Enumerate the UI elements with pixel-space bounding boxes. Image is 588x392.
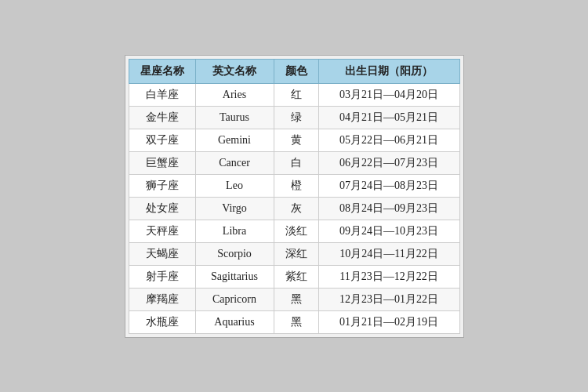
cell-date: 12月23日—01月22日 xyxy=(318,288,459,310)
cell-color: 黄 xyxy=(274,129,318,151)
table-row: 狮子座Leo橙07月24日—08月23日 xyxy=(129,174,459,197)
cell-english: Capricorn xyxy=(195,288,274,310)
cell-color: 绿 xyxy=(274,106,318,129)
cell-color: 灰 xyxy=(274,197,318,220)
cell-color: 深红 xyxy=(274,242,318,265)
table-header-row: 星座名称 英文名称 颜色 出生日期（阳历） xyxy=(129,59,459,83)
cell-date: 09月24日—10月23日 xyxy=(318,220,459,242)
cell-date: 03月21日—04月20日 xyxy=(318,83,459,106)
cell-date: 04月21日—05月21日 xyxy=(318,106,459,129)
cell-chinese: 白羊座 xyxy=(129,83,195,106)
cell-chinese: 天蝎座 xyxy=(129,242,195,265)
cell-color: 白 xyxy=(274,151,318,174)
header-english: 英文名称 xyxy=(195,59,274,83)
cell-english: Taurus xyxy=(195,106,274,129)
table-row: 处女座Virgo灰08月24日—09月23日 xyxy=(129,197,459,220)
cell-date: 05月22日—06月21日 xyxy=(318,129,459,151)
cell-english: Sagittarius xyxy=(195,265,274,288)
cell-color: 红 xyxy=(274,83,318,106)
header-chinese: 星座名称 xyxy=(129,59,195,83)
cell-chinese: 处女座 xyxy=(129,197,195,220)
header-color: 颜色 xyxy=(274,59,318,83)
cell-date: 11月23日—12月22日 xyxy=(318,265,459,288)
cell-date: 01月21日—02月19日 xyxy=(318,310,459,333)
cell-english: Leo xyxy=(195,174,274,197)
cell-english: Virgo xyxy=(195,197,274,220)
cell-english: Scorpio xyxy=(195,242,274,265)
table-body: 白羊座Aries红03月21日—04月20日金牛座Taurus绿04月21日—0… xyxy=(129,83,459,333)
cell-date: 10月24日—11月22日 xyxy=(318,242,459,265)
cell-chinese: 水瓶座 xyxy=(129,310,195,333)
zodiac-table: 星座名称 英文名称 颜色 出生日期（阳历） 白羊座Aries红03月21日—04… xyxy=(129,59,460,334)
table-row: 金牛座Taurus绿04月21日—05月21日 xyxy=(129,106,459,129)
cell-chinese: 双子座 xyxy=(129,129,195,151)
table-row: 水瓶座Aquarius黑01月21日—02月19日 xyxy=(129,310,459,333)
cell-color: 紫红 xyxy=(274,265,318,288)
table-row: 巨蟹座Cancer白06月22日—07月23日 xyxy=(129,151,459,174)
header-date: 出生日期（阳历） xyxy=(318,59,459,83)
cell-english: Cancer xyxy=(195,151,274,174)
cell-chinese: 射手座 xyxy=(129,265,195,288)
cell-chinese: 狮子座 xyxy=(129,174,195,197)
table-row: 天秤座Libra淡红09月24日—10月23日 xyxy=(129,220,459,242)
cell-english: Aries xyxy=(195,83,274,106)
table-row: 天蝎座Scorpio深红10月24日—11月22日 xyxy=(129,242,459,265)
table-row: 双子座Gemini黄05月22日—06月21日 xyxy=(129,129,459,151)
cell-english: Aquarius xyxy=(195,310,274,333)
cell-color: 淡红 xyxy=(274,220,318,242)
cell-color: 黑 xyxy=(274,310,318,333)
cell-chinese: 巨蟹座 xyxy=(129,151,195,174)
cell-chinese: 摩羯座 xyxy=(129,288,195,310)
cell-date: 07月24日—08月23日 xyxy=(318,174,459,197)
table-row: 白羊座Aries红03月21日—04月20日 xyxy=(129,83,459,106)
table-row: 射手座Sagittarius紫红11月23日—12月22日 xyxy=(129,265,459,288)
cell-color: 黑 xyxy=(274,288,318,310)
cell-date: 06月22日—07月23日 xyxy=(318,151,459,174)
table-wrapper: 星座名称 英文名称 颜色 出生日期（阳历） 白羊座Aries红03月21日—04… xyxy=(125,55,464,338)
cell-date: 08月24日—09月23日 xyxy=(318,197,459,220)
cell-english: Libra xyxy=(195,220,274,242)
cell-chinese: 天秤座 xyxy=(129,220,195,242)
cell-english: Gemini xyxy=(195,129,274,151)
cell-chinese: 金牛座 xyxy=(129,106,195,129)
table-row: 摩羯座Capricorn黑12月23日—01月22日 xyxy=(129,288,459,310)
cell-color: 橙 xyxy=(274,174,318,197)
